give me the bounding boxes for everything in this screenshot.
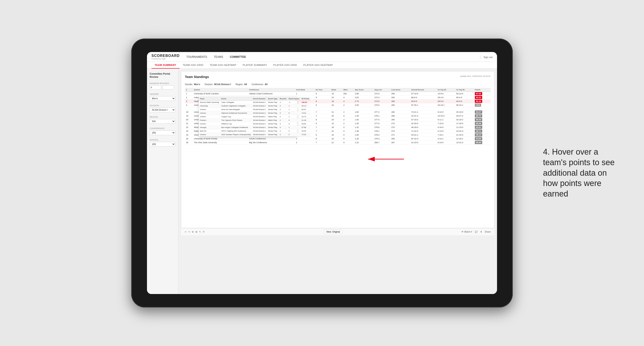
nav-teams[interactable]: TEAMS bbox=[214, 54, 223, 59]
watch-icon[interactable]: 👁 Watch ▾ bbox=[461, 231, 472, 233]
filter-gender-select[interactable]: Men's bbox=[150, 96, 176, 101]
tab-player-h2h-heatmap[interactable]: PLAYER H2H HEATMAP bbox=[300, 62, 336, 68]
zoom-icon[interactable]: ⊕ bbox=[192, 231, 194, 233]
filter-conference-select[interactable]: (All) bbox=[150, 130, 176, 135]
gender-filter-display: Gender: Men's bbox=[185, 83, 200, 86]
filter-min-rounds-range bbox=[150, 85, 176, 89]
sidebar-title: Committee Portal Review bbox=[150, 72, 176, 79]
hover-table-row: University Southern Highlands Collegiate… bbox=[199, 104, 310, 108]
hover-table-row: Arizona State University Cater Collegiat… bbox=[199, 101, 310, 104]
hover-table-row: Univers Williams Cup NCAA Division I Str… bbox=[199, 122, 310, 126]
nav-committee[interactable]: COMMITTEE bbox=[230, 54, 246, 59]
nav-tournaments[interactable]: TOURNAMENTS bbox=[186, 54, 207, 59]
tab-player-h2h-grid[interactable]: PLAYER H2H GRID bbox=[270, 62, 300, 68]
filter-division-select[interactable]: NCAA Division I bbox=[150, 108, 176, 112]
tab-team-h2h-heatmap[interactable]: TEAM H2H HEATMAP bbox=[206, 62, 240, 68]
header-row: # School Conference Conf Rank No Tour Bn… bbox=[185, 88, 490, 92]
logo-text: SCOREBOARD bbox=[152, 54, 180, 58]
filter-min-rounds-label: Minimum Rounds bbox=[150, 82, 176, 84]
table-body: 1 University of North Carolina Atlantic … bbox=[185, 92, 490, 145]
col-conf-rank: Conf Rank bbox=[295, 88, 314, 92]
col-tours: No Tour bbox=[314, 88, 330, 92]
filter-conference: Conference (All) bbox=[150, 127, 176, 135]
standings-title-area: Team Standings bbox=[185, 75, 209, 80]
hover-table-row: Univers Copper Cup NCAA Division I Match… bbox=[199, 115, 310, 119]
edit-icon[interactable]: ✎ bbox=[199, 231, 201, 233]
bottom-toolbar: ↩ ↪ ⊕ ⊞ ✎ ⏱ View: Original 👁 Watch ▾ 💬 ⬆ bbox=[181, 228, 494, 235]
sign-out-area: | Sign out bbox=[480, 55, 492, 59]
col-adj-score: Adj. Score bbox=[354, 88, 373, 92]
annotation-text: 4. Hover over a team's points to see add… bbox=[543, 147, 622, 199]
tab-player-summary[interactable]: PLAYER SUMMARY bbox=[240, 62, 270, 68]
sidebar: Committee Portal Review Minimum Rounds G… bbox=[147, 69, 178, 294]
region-filter-display: Region: All bbox=[236, 83, 247, 86]
export-icon[interactable]: ⬆ bbox=[480, 231, 482, 233]
standings-title: Team Standings bbox=[185, 75, 209, 79]
filter-min-rounds-max[interactable] bbox=[162, 85, 174, 89]
filter-region-select[interactable]: N/A bbox=[150, 119, 176, 124]
comment-icon[interactable]: 💬 bbox=[475, 231, 478, 233]
col-vs-top25: Vs Top 25 bbox=[436, 88, 455, 92]
tablet-frame: SCOREBOARD Powered by clippi TOURNAMENTS… bbox=[131, 38, 513, 308]
standings-table: # School Conference Conf Rank No Tour Bn… bbox=[185, 88, 490, 145]
main-content: Committee Portal Review Minimum Rounds G… bbox=[147, 69, 497, 294]
toolbar-center: View: Original bbox=[324, 230, 343, 234]
filter-gender-label: Gender bbox=[150, 93, 176, 95]
tab-team-summary[interactable]: TEAM SUMMARY bbox=[152, 62, 180, 69]
hover-table-row: East Tei OFCC Fighting Illini Invitation… bbox=[199, 129, 310, 133]
sub-nav: TEAM SUMMARY TEAM H2H GRID TEAM H2H HEAT… bbox=[147, 62, 497, 69]
col-points: Points bbox=[474, 88, 490, 92]
filter-school: School (All) bbox=[150, 139, 176, 147]
table-row: 26 The Ohio State University Big Ten Con… bbox=[185, 141, 490, 145]
logo-sub: Powered by clippi bbox=[152, 58, 180, 60]
col-low-score: Low Score bbox=[390, 88, 410, 92]
filter-min-rounds: Minimum Rounds bbox=[150, 82, 176, 89]
hover-table-row: Univers Amer An Intercollegiate NCAA Div… bbox=[199, 108, 310, 111]
nav-bar: SCOREBOARD Powered by clippi TOURNAMENTS… bbox=[147, 52, 497, 62]
table-row: 1 University of North Carolina Atlantic … bbox=[185, 92, 490, 96]
col-avg-low: Avg Low bbox=[373, 88, 390, 92]
undo-icon[interactable]: ↩ bbox=[185, 231, 186, 233]
clock-icon[interactable]: ⏱ bbox=[202, 231, 205, 233]
redo-icon[interactable]: ↪ bbox=[188, 231, 190, 233]
hover-table: Team Event Event Division Event Type Rou… bbox=[199, 97, 310, 137]
col-school: School bbox=[193, 88, 248, 92]
filter-region-label: Region bbox=[150, 116, 176, 118]
sign-out-divider: | bbox=[480, 55, 481, 59]
filter-conference-label: Conference bbox=[150, 127, 176, 130]
hover-table-row: Univers National Invitational Tournament… bbox=[199, 111, 310, 115]
tablet-screen: SCOREBOARD Powered by clippi TOURNAMENTS… bbox=[147, 52, 497, 294]
hover-detail-popup: Team Event Event Division Event Type Rou… bbox=[198, 97, 297, 137]
filter-school-label: School bbox=[150, 139, 176, 141]
portal-card: Team Standings Update time: 13/03/2024 1… bbox=[181, 71, 494, 228]
view-original-button[interactable]: View: Original bbox=[324, 230, 343, 234]
portal-header: Team Standings Update time: 13/03/2024 1… bbox=[185, 75, 490, 80]
filter-division: Division NCAA Division I bbox=[150, 104, 176, 112]
toolbar-right: 👁 Watch ▾ 💬 ⬆ Share bbox=[461, 231, 491, 233]
share-button[interactable]: Share bbox=[485, 231, 491, 233]
filter-region: Region N/A bbox=[150, 116, 176, 124]
sign-out-button[interactable]: Sign out bbox=[484, 56, 492, 58]
filter-gender: Gender Men's bbox=[150, 93, 176, 101]
table-row: 25 University of North Florida ASUN Conf… bbox=[185, 137, 490, 141]
filter-min-rounds-min[interactable] bbox=[150, 85, 161, 89]
division-filter-display: Division: NCAA Division I bbox=[205, 83, 231, 86]
col-conference: Conference bbox=[248, 88, 295, 92]
col-wins: Wins bbox=[342, 88, 354, 92]
tab-team-h2h-grid[interactable]: TEAM H2H GRID bbox=[180, 62, 207, 68]
copy-icon[interactable]: ⊞ bbox=[196, 231, 197, 233]
filter-school-select[interactable]: (All) bbox=[150, 142, 176, 147]
hover-table-row: Georgia Ben Hogan Collegiate Invitationa… bbox=[199, 126, 310, 129]
hover-table-body: Arizona State University Cater Collegiat… bbox=[199, 101, 310, 137]
annotation-area: 4. Hover over a team's points to see add… bbox=[543, 147, 622, 199]
col-bnds: Bnds bbox=[330, 88, 342, 92]
col-overall: Overall Record bbox=[410, 88, 437, 92]
toolbar-left: ↩ ↪ ⊕ ⊞ ✎ ⏱ bbox=[185, 231, 205, 233]
logo-area: SCOREBOARD Powered by clippi bbox=[152, 54, 180, 60]
update-time: Update time: 13/03/2024 10:03:42 bbox=[460, 75, 490, 77]
conference-filter-display: Conference: All bbox=[252, 83, 268, 86]
nav-links: TOURNAMENTS TEAMS COMMITTEE bbox=[186, 54, 480, 59]
filter-division-label: Division bbox=[150, 104, 176, 107]
filter-summary-row: Gender: Men's Division: NCAA Division I … bbox=[185, 83, 490, 86]
hover-table-header: Team Event Event Division Event Type Rou… bbox=[199, 97, 310, 101]
